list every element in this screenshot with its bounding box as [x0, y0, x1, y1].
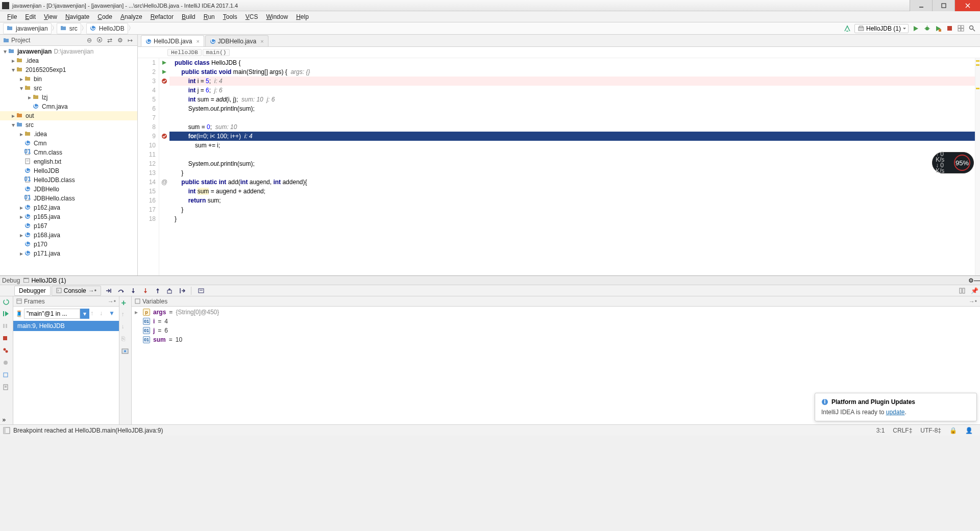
- step-into-icon[interactable]: [128, 286, 139, 296]
- variable-j[interactable]: 01j = 6: [132, 326, 980, 335]
- hector-icon[interactable]: 👤: [961, 427, 977, 434]
- debugger-tab[interactable]: Debugger: [14, 286, 51, 296]
- minimize-panel-icon[interactable]: —: [974, 277, 980, 284]
- menu-edit[interactable]: Edit: [21, 12, 40, 21]
- stack-frame-item[interactable]: main:9, HelloJDB: [13, 321, 119, 331]
- menu-help[interactable]: Help: [292, 12, 313, 21]
- menu-window[interactable]: Window: [262, 12, 292, 21]
- tree-item-p162-java[interactable]: ▸Cp162.java: [0, 203, 137, 212]
- tree-item-out[interactable]: ▸out: [0, 111, 137, 120]
- tree-item-hellojdb[interactable]: CHelloJDB: [0, 166, 137, 175]
- resume-icon[interactable]: [3, 311, 11, 319]
- tree-item-cmn-class[interactable]: 01Cmn.class: [0, 148, 137, 157]
- tree-item-cmn[interactable]: CCmn: [0, 139, 137, 148]
- nav-up-icon[interactable]: ↑: [121, 311, 130, 319]
- tree-item-src[interactable]: ▾src: [0, 84, 137, 93]
- make-project-icon[interactable]: [843, 24, 851, 33]
- menu-vcs[interactable]: VCS: [241, 12, 262, 21]
- tree-item-p165-java[interactable]: ▸Cp165.java: [0, 212, 137, 221]
- step-over-icon[interactable]: [115, 286, 127, 296]
- rerun-icon[interactable]: [3, 298, 11, 307]
- run-to-cursor-icon[interactable]: [177, 286, 188, 296]
- menu-navigate[interactable]: Navigate: [61, 12, 93, 21]
- breadcrumb-src[interactable]: src: [57, 23, 81, 34]
- variables-options-icon[interactable]: →•: [969, 298, 977, 305]
- collapse-all-icon[interactable]: ⊖: [85, 36, 93, 44]
- tree-item-jdbhello-class[interactable]: 01JDBHello.class: [0, 194, 137, 203]
- layout-settings-icon[interactable]: [957, 286, 968, 296]
- tree-item-jdbhello[interactable]: CJDBHello: [0, 185, 137, 194]
- project-tree[interactable]: ▾javawenjianD:\javawenjian▸.idea▾2016520…: [0, 46, 137, 275]
- menu-file[interactable]: File: [3, 12, 21, 21]
- close-button[interactable]: [954, 0, 980, 11]
- variable-sum[interactable]: 01sum = 10: [132, 335, 980, 344]
- tree-item-bin[interactable]: ▸bin: [0, 74, 137, 84]
- minimize-button[interactable]: [910, 0, 932, 11]
- console-tab[interactable]: Console →•: [52, 286, 101, 296]
- update-link[interactable]: update: [886, 409, 905, 416]
- hide-icon[interactable]: ↦: [126, 36, 134, 44]
- tree-item-lzj[interactable]: ▸lzj: [0, 93, 137, 102]
- tree-item-p167[interactable]: Cp167: [0, 221, 137, 231]
- copy-icon[interactable]: ⎘: [121, 335, 130, 343]
- screenshot-icon[interactable]: [121, 347, 130, 356]
- menu-tools[interactable]: Tools: [219, 12, 241, 21]
- editor-tab-jdbhello-java[interactable]: CJDBHello.java×: [205, 35, 268, 46]
- nav-down-icon[interactable]: ↓: [121, 323, 130, 331]
- thread-dropdown-button[interactable]: ▾: [80, 309, 89, 319]
- scroll-to-source-icon[interactable]: ⦿: [95, 36, 104, 44]
- tree-item-cmn-java[interactable]: CCmn.java: [0, 102, 137, 111]
- editor-bc-hellojdb[interactable]: HelloJDB: [167, 49, 202, 56]
- prev-frame-icon[interactable]: ↑: [90, 310, 99, 318]
- mute-breakpoints-icon[interactable]: [3, 360, 11, 368]
- tree-item-hellojdb-class[interactable]: 01HelloJDB.class: [0, 175, 137, 185]
- close-tab-icon[interactable]: ×: [196, 38, 199, 44]
- tree-item-javawenjian[interactable]: ▾javawenjianD:\javawenjian: [0, 47, 137, 56]
- variable-i[interactable]: 01i = 4: [132, 317, 980, 326]
- line-separator[interactable]: CRLF‡: [889, 427, 916, 434]
- tree-item-p170[interactable]: Cp170: [0, 240, 137, 249]
- get-thread-dump-icon[interactable]: [3, 372, 11, 380]
- pin-icon[interactable]: 📌: [969, 286, 980, 296]
- run-button[interactable]: [912, 24, 920, 33]
- debug-button[interactable]: [923, 24, 931, 33]
- new-watch-icon[interactable]: +: [121, 298, 130, 307]
- frames-options-icon[interactable]: →•: [108, 298, 116, 305]
- filter-frames-icon[interactable]: ▼: [109, 310, 117, 318]
- tree-item-english-txt[interactable]: english.txt: [0, 157, 137, 166]
- caret-position[interactable]: 3:1: [872, 427, 889, 434]
- variable-args[interactable]: ▸pargs = {String[0]@450}: [132, 308, 980, 317]
- thread-selector[interactable]: 🧵 "main"@1 in ... ▾ ↑ ↓ ▼: [15, 309, 117, 319]
- expand-icon[interactable]: »: [3, 416, 11, 424]
- evaluate-expression-icon[interactable]: [195, 286, 207, 296]
- tree-item-src[interactable]: ▾src: [0, 120, 137, 130]
- maximize-button[interactable]: [932, 0, 954, 11]
- drop-frame-icon[interactable]: [164, 286, 176, 296]
- step-out-icon[interactable]: [152, 286, 163, 296]
- menu-code[interactable]: Code: [93, 12, 116, 21]
- stop-button[interactable]: [945, 24, 953, 33]
- layout-icon[interactable]: [957, 24, 965, 33]
- run-configuration-selector[interactable]: HelloJDB (1): [854, 24, 909, 33]
- pause-icon[interactable]: [3, 323, 11, 331]
- tree-item--idea[interactable]: ▸.idea: [0, 130, 137, 139]
- gear-icon[interactable]: ⚙: [968, 277, 974, 284]
- settings-icon[interactable]: ⚙: [116, 36, 124, 44]
- lock-icon[interactable]: 🔒: [945, 427, 961, 434]
- tree-item--idea[interactable]: ▸.idea: [0, 56, 137, 65]
- menu-run[interactable]: Run: [200, 12, 219, 21]
- tree-item-p168-java[interactable]: ▸Cp168.java: [0, 231, 137, 240]
- tree-item-20165205exp1[interactable]: ▾20165205exp1: [0, 65, 137, 74]
- close-tab-icon[interactable]: ×: [260, 38, 263, 44]
- breadcrumb-javawenjian[interactable]: javawenjian: [3, 23, 52, 34]
- view-breakpoints-icon[interactable]: [3, 347, 11, 356]
- stop-icon[interactable]: [3, 335, 11, 343]
- next-frame-icon[interactable]: ↓: [100, 310, 108, 318]
- force-step-into-icon[interactable]: [140, 286, 151, 296]
- coverage-button[interactable]: [934, 24, 942, 33]
- menu-refactor[interactable]: Refactor: [146, 12, 178, 21]
- menu-build[interactable]: Build: [178, 12, 200, 21]
- editor-bc-main[interactable]: main(): [203, 49, 230, 56]
- editor-tab-hellojdb-java[interactable]: CHelloJDB.java×: [141, 35, 204, 46]
- show-execution-point-icon[interactable]: [103, 286, 114, 296]
